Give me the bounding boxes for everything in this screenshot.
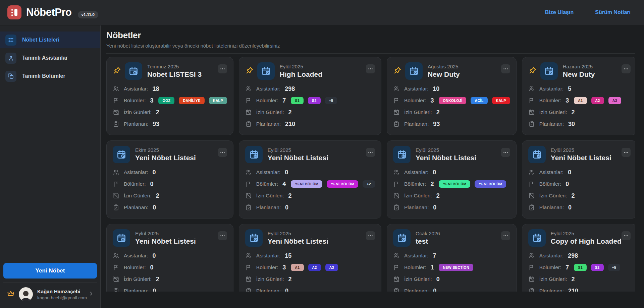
sidebar-item-assistants[interactable]: Tanımlı Asistanlar xyxy=(0,50,100,66)
card-month: Ocak 2026 xyxy=(416,231,440,236)
planned-value: 0 xyxy=(153,204,156,211)
user-account-row[interactable]: Kağan Hamzaçebi kagan.hcebi@gmail.com xyxy=(3,283,97,305)
sections-label: Bölümler: xyxy=(124,264,146,270)
card-head-texts: Ekim 2025 Yeni Nöbet Listesi xyxy=(135,147,196,162)
duty-list-card[interactable]: Ekim 2025 Yeni Nöbet Listesi Asistanlar:… xyxy=(106,140,233,219)
assistants-value: 298 xyxy=(568,252,578,259)
card-rows: Asistanlar: 0 Bölümler: 0 İzin Günleri: … xyxy=(113,169,227,211)
card-rows: Asistanlar: 0 Bölümler: 2 YENİ BÖLÜMYENİ… xyxy=(393,169,510,211)
duty-list-card[interactable]: Eylül 2025 Yeni Nöbet Listesi Asistanlar… xyxy=(522,140,635,219)
chevron-right-icon[interactable] xyxy=(88,291,94,298)
badge-list: GOZDAHİLİYEKALP xyxy=(158,97,227,104)
leave-days-row: İzin Günleri: 0 xyxy=(393,275,510,283)
assistants-label: Asistanlar: xyxy=(256,86,280,92)
calendar-clock-icon xyxy=(405,62,423,80)
card-menu-button[interactable] xyxy=(218,148,227,157)
duty-list-card[interactable]: Eylül 2025 Yeni Nöbet Listesi Asistanlar… xyxy=(106,224,233,292)
sidebar-item-duty-lists[interactable]: Nöbet Listeleri xyxy=(0,32,100,48)
section-badge: +2 xyxy=(363,180,375,188)
sidebar-spacer xyxy=(0,84,100,259)
duty-list-card[interactable]: Ocak 2026 test Asistanlar: 7 Bölümler: 1 xyxy=(387,224,517,292)
sections-value: 4 xyxy=(282,181,286,188)
calendar-clock-icon xyxy=(113,229,130,247)
release-notes-link[interactable]: Sürüm Notları xyxy=(595,9,631,15)
card-rows: Asistanlar: 0 Bölümler: 4 YENİ BÖLÜMYENİ… xyxy=(245,169,375,211)
card-title: Yeni Nöbet Listesi xyxy=(416,154,476,162)
assistants-label: Asistanlar: xyxy=(539,253,564,259)
section-badge: A1 xyxy=(574,97,587,104)
leave-days-value: 2 xyxy=(436,109,440,116)
leave-days-label: İzin Günleri: xyxy=(404,109,432,115)
cards-viewport[interactable]: Temmuz 2025 Nobet LISTESI 3 Asistanlar: … xyxy=(106,57,635,292)
badge-list: ONKOLOJİACİLKALP xyxy=(439,97,510,104)
sidebar-item-sections[interactable]: Tanımlı Bölümler xyxy=(0,68,100,84)
new-duty-button[interactable]: Yeni Nöbet xyxy=(3,263,97,279)
section-badge: DAHİLİYE xyxy=(179,97,204,104)
assistants-row: Asistanlar: 18 xyxy=(113,85,227,93)
page-subtitle: Yeni nöbet listesi oluşturabilir veya ön… xyxy=(106,43,635,49)
duty-list-card[interactable]: Ağustos 2025 New Duty Asistanlar: 10 Böl… xyxy=(387,57,517,135)
assistants-label: Asistanlar: xyxy=(539,86,564,92)
clipboard-check-icon xyxy=(245,288,252,292)
card-menu-button[interactable] xyxy=(501,148,510,157)
section-badge: YENİ BÖLÜM xyxy=(475,180,506,188)
duty-list-card[interactable]: Eylül 2025 High Loaded Asistanlar: 298 B… xyxy=(239,57,381,135)
card-month: Temmuz 2025 xyxy=(147,64,202,69)
card-menu-button[interactable] xyxy=(501,64,510,73)
leave-days-value: 2 xyxy=(156,109,159,116)
planned-label: Planlanan: xyxy=(539,288,564,292)
sections-value: 0 xyxy=(150,181,153,188)
card-menu-button[interactable] xyxy=(366,231,375,240)
card-month: Eylül 2025 xyxy=(551,147,611,153)
duty-list-card[interactable]: Eylül 2025 Yeni Nöbet Listesi Asistanlar… xyxy=(239,224,381,292)
card-menu-button[interactable] xyxy=(218,231,227,240)
section-badge: S2 xyxy=(591,264,604,271)
leave-days-label: İzin Günleri: xyxy=(539,109,567,115)
duty-list-card[interactable]: Temmuz 2025 Nobet LISTESI 3 Asistanlar: … xyxy=(106,57,233,135)
contact-link[interactable]: Bize Ulaşın xyxy=(545,9,574,15)
leave-days-label: İzin Günleri: xyxy=(256,109,284,115)
duty-list-card[interactable]: Eylül 2025 Copy of High Loaded Asistanla… xyxy=(522,224,635,292)
card-head-texts: Ocak 2026 test xyxy=(416,231,440,245)
card-header: Haziran 2025 New Duty xyxy=(528,62,631,80)
card-menu-button[interactable] xyxy=(622,64,631,73)
badge-list: YENİ BÖLÜMYENİ BÖLÜM xyxy=(439,180,506,188)
leave-days-value: 2 xyxy=(288,109,292,116)
planned-label: Planlanan: xyxy=(404,204,429,210)
ellipsis-icon xyxy=(220,233,225,239)
ellipsis-icon xyxy=(623,149,629,155)
duty-list-card[interactable]: Eylül 2025 Yeni Nöbet Listesi Asistanlar… xyxy=(387,140,517,219)
planned-value: 0 xyxy=(433,204,436,211)
card-menu-button[interactable] xyxy=(622,231,631,240)
card-menu-button[interactable] xyxy=(366,64,375,73)
clipboard-check-icon xyxy=(528,121,535,127)
logo-bar xyxy=(14,9,17,16)
card-rows: Asistanlar: 18 Bölümler: 3 GOZDAHİLİYEKA… xyxy=(113,85,227,128)
card-month: Eylül 2025 xyxy=(280,64,322,69)
calendar-off-icon xyxy=(245,109,252,116)
duty-list-card[interactable]: Haziran 2025 New Duty Asistanlar: 5 Bölü… xyxy=(522,57,635,135)
calendar-off-icon xyxy=(113,109,119,116)
sections-label: Bölümler: xyxy=(256,98,278,104)
badge-list: NEW SECTİON xyxy=(439,264,473,271)
planned-value: 210 xyxy=(568,288,578,292)
leave-days-value: 0 xyxy=(436,276,440,283)
app-name: NöbetPro xyxy=(26,6,72,18)
card-menu-button[interactable] xyxy=(501,231,510,240)
card-menu-button[interactable] xyxy=(218,64,227,73)
card-rows: Asistanlar: 298 Bölümler: 7 S1S2+5 İzin … xyxy=(528,252,631,292)
duty-list-card[interactable]: Eylül 2025 Yeni Nöbet Listesi Asistanlar… xyxy=(239,140,381,219)
card-title: Yeni Nöbet Listesi xyxy=(135,237,196,245)
leave-days-row: İzin Günleri: 2 xyxy=(393,109,510,116)
card-header: Eylül 2025 Yeni Nöbet Listesi xyxy=(528,146,631,163)
leave-days-row: İzin Günleri: 2 xyxy=(113,192,227,199)
pin-icon xyxy=(528,66,537,76)
card-header: Ocak 2026 test xyxy=(393,229,510,247)
ellipsis-icon xyxy=(623,66,629,72)
sections-row: Bölümler: 3 A1A2A3 xyxy=(528,97,631,104)
assistants-label: Asistanlar: xyxy=(404,86,428,92)
card-menu-button[interactable] xyxy=(622,148,631,157)
flag-icon xyxy=(113,181,119,187)
card-menu-button[interactable] xyxy=(366,148,375,157)
assistants-value: 0 xyxy=(152,169,156,176)
